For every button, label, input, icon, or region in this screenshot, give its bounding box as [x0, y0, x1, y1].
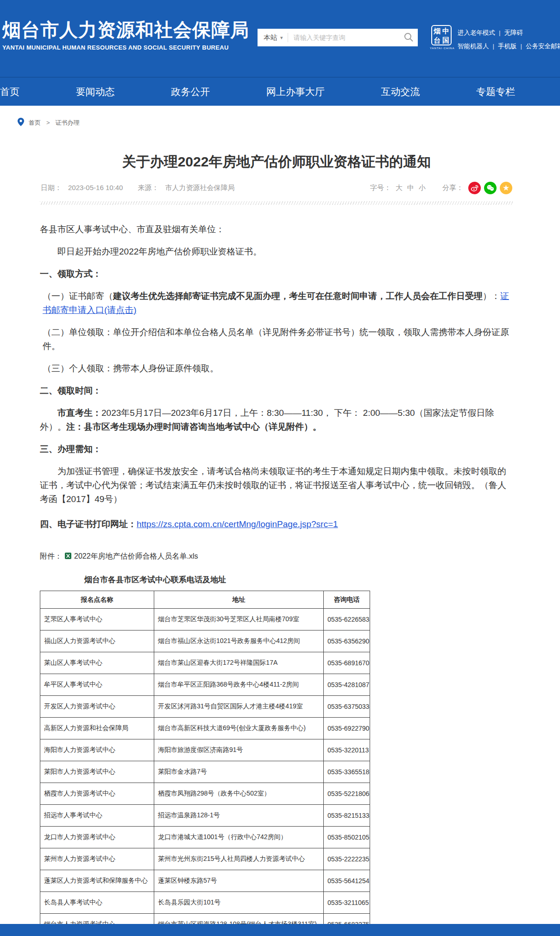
- section3-heading: 三、办理需知：: [40, 442, 513, 456]
- table-row: 福山区人力资源考试中心烟台市福山区永达街1021号政务服务中心412房间0535…: [40, 630, 370, 652]
- search-scope-dropdown[interactable]: 本站 ▾: [258, 33, 288, 42]
- meta-date: 日期：2023-05-16 10:40: [41, 184, 129, 191]
- cell-center-name: 高新区人力资源和社会保障局: [40, 718, 154, 739]
- cell-address: 烟台市莱山区迎春大街172号祥隆国际17A: [154, 652, 324, 674]
- cell-address: 海阳市旅游度假区济南路91号: [154, 739, 324, 761]
- quick-links-row1: 进入老年模式|无障碍: [458, 26, 560, 39]
- seal-char: 烟: [433, 26, 441, 36]
- link-smart-robot[interactable]: 智能机器人: [458, 43, 489, 50]
- cell-phone: 0535-2222235: [324, 848, 370, 870]
- paragraph-intro: 即日起开始办理2022年房地产估价师职业资格证书。: [40, 245, 513, 259]
- cell-address: 莱州市光州东街215号人社局四楼人力资源考试中心: [154, 848, 324, 870]
- cell-center-name: 牟平区人事考试中心: [40, 674, 154, 696]
- cell-address: 蓬莱区钟楼东路57号: [154, 870, 324, 892]
- search-button[interactable]: [399, 29, 418, 46]
- footer-bar: [0, 924, 560, 936]
- cell-phone: 0535-5641254: [324, 870, 370, 892]
- column-header-center-name: 报名点名称: [40, 591, 154, 609]
- paragraph-personal-option: （三）个人领取：携带本人身份证原件领取。: [40, 362, 513, 376]
- cell-address: 烟台市芝罘区华茂街30号芝罘区人社局南楼709室: [154, 609, 324, 630]
- chevron-down-icon: ▾: [280, 35, 283, 41]
- cell-center-name: 栖霞市人力资源考试中心: [40, 783, 154, 805]
- breadcrumb-separator: >: [46, 119, 50, 126]
- cell-center-name: 福山区人力资源考试中心: [40, 630, 154, 652]
- site-name: 烟台市人力资源和社会保障局: [2, 19, 249, 40]
- link-elder-mode[interactable]: 进入老年模式: [458, 29, 495, 36]
- cell-center-name: 莱阳市人力资源考试中心: [40, 761, 154, 783]
- share-wechat-icon[interactable]: [484, 182, 497, 194]
- table-row: 开发区人力资源考试中心开发区沭河路31号自贸区国际人才港主楼4楼419室0535…: [40, 696, 370, 718]
- cell-address: 烟台市高新区科技大道69号(创业大厦政务服务中心): [154, 718, 324, 739]
- breadcrumb-current: 证书办理: [56, 119, 80, 127]
- cell-address: 招远市温泉路128-1号: [154, 805, 324, 827]
- share-weibo-icon[interactable]: [468, 182, 481, 194]
- cell-address: 开发区沭河路31号自贸区国际人才港主楼4楼419室: [154, 696, 324, 718]
- cell-center-name: 蓬莱区人力资源考试和保障服务中心: [40, 870, 154, 892]
- nav-item-gov-disclosure[interactable]: 政务公开: [171, 85, 210, 98]
- cell-phone: 0535-4281087: [324, 674, 370, 696]
- share-label: 分享：: [442, 184, 463, 192]
- cell-phone: 0535-8502105: [324, 827, 370, 848]
- table-row: 牟平区人事考试中心烟台市牟平区正阳路368号政务中心4楼411-2房间0535-…: [40, 674, 370, 696]
- paragraph-salutation: 各县市区人事考试中心、市直及驻烟有关单位：: [40, 223, 513, 236]
- seal-char: 台: [433, 36, 441, 45]
- nav-item-online-service-hall[interactable]: 网上办事大厅: [266, 85, 325, 98]
- cell-address: 烟台市福山区永达街1021号政务服务中心412房间: [154, 630, 324, 652]
- fontsize-label: 字号：: [370, 184, 391, 192]
- article-meta: 日期：2023-05-16 10:40 来源：市人力资源社会保障局 字号： 大 …: [40, 182, 513, 194]
- link-secure-mailbox[interactable]: 公务安全邮箱: [526, 43, 560, 50]
- hatched-divider: [40, 201, 513, 205]
- column-header-phone: 咨询电话: [324, 591, 370, 609]
- search-box: 本站 ▾: [258, 29, 418, 46]
- table-row: 招远市人事考试中心招远市温泉路128-1号0535-8215133: [40, 805, 370, 827]
- search-icon: [403, 32, 414, 44]
- share-qzone-icon[interactable]: ★: [500, 182, 512, 194]
- header-quick-links: 进入老年模式|无障碍 智能机器人|手机版|公务安全邮箱: [458, 26, 560, 53]
- cell-address: 莱阳市金水路7号: [154, 761, 324, 783]
- table-row: 高新区人力资源和社会保障局烟台市高新区科技大道69号(创业大厦政务服务中心)05…: [40, 718, 370, 739]
- nav-item-news[interactable]: 要闻动态: [76, 85, 115, 98]
- page-title: 关于办理2022年房地产估价师职业资格证书的通知: [40, 153, 513, 171]
- excel-file-icon: [64, 552, 72, 561]
- cell-center-name: 海阳市人力资源考试中心: [40, 739, 154, 761]
- search-input[interactable]: [288, 34, 399, 41]
- table-row: 莱山区人事考试中心烟台市莱山区迎春大街172号祥隆国际17A0535-68916…: [40, 652, 370, 674]
- cell-phone: 0535-3211065: [324, 892, 370, 914]
- link-mobile-version[interactable]: 手机版: [498, 43, 517, 50]
- table-row: 芝罘区人事考试中心烟台市芝罘区华茂街30号芝罘区人社局南楼709室0535-62…: [40, 609, 370, 630]
- cell-address: 龙口市港城大道1001号（行政中心742房间）: [154, 827, 324, 848]
- paragraph-print-url: 四、电子证书打印网址：https://zs.cpta.com.cn/certMn…: [40, 517, 513, 531]
- table-row: 栖霞市人力资源考试中心栖霞市凤翔路298号（政务中心502室）0535-5221…: [40, 783, 370, 805]
- table-row: 海阳市人力资源考试中心海阳市旅游度假区济南路91号0535-3220113: [40, 739, 370, 761]
- nav-item-interaction[interactable]: 互动交流: [381, 85, 420, 98]
- section1-heading: 一、领取方式：: [40, 267, 513, 281]
- link-separator: |: [521, 43, 522, 50]
- fontsize-medium[interactable]: 中: [407, 184, 414, 192]
- table-row: 龙口市人力资源考试中心龙口市港城大道1001号（行政中心742房间）0535-8…: [40, 827, 370, 848]
- nav-item-home[interactable]: 首页: [0, 85, 19, 98]
- link-accessibility[interactable]: 无障碍: [504, 29, 523, 36]
- cell-center-name: 招远市人事考试中心: [40, 805, 154, 827]
- fontsize-large[interactable]: 大: [396, 184, 403, 192]
- paragraph-pickup-time: 市直考生：2023年5月17日—2023年6月17日，上午：8:30——11:3…: [40, 406, 513, 434]
- contact-table-body: 芝罘区人事考试中心烟台市芝罘区华茂街30号芝罘区人社局南楼709室0535-62…: [40, 609, 370, 936]
- cell-center-name: 长岛县人事考试中心: [40, 892, 154, 914]
- meta-source: 来源：市人力资源社会保障局: [138, 184, 241, 191]
- site-logo[interactable]: 烟台市人力资源和社会保障局 YANTAI MUNICIPAL HUMAN RES…: [2, 19, 249, 51]
- search-scope-label: 本站: [264, 33, 277, 42]
- cell-address: 长岛县乐园大街101号: [154, 892, 324, 914]
- attachment-label: 附件：: [40, 552, 62, 561]
- attachment-row: 附件： 2022年房地产估价师合格人员名单.xls: [40, 552, 513, 561]
- certificate-print-link[interactable]: https://zs.cpta.com.cn/certMng/loginPage…: [137, 519, 338, 529]
- site-name-en: YANTAI MUNICIPAL HUMAN RESOURCES AND SOC…: [2, 44, 249, 51]
- cell-center-name: 莱山区人事考试中心: [40, 652, 154, 674]
- fontsize-small[interactable]: 小: [419, 184, 426, 192]
- star-icon: ★: [503, 184, 510, 192]
- nav-item-special-topics[interactable]: 专题专栏: [476, 85, 515, 98]
- breadcrumb-home[interactable]: 首页: [29, 119, 41, 127]
- yantai-china-seal-logo: 烟 中 台 国 YANTAI·CHINA: [430, 25, 453, 50]
- quick-links-row2: 智能机器人|手机版|公务安全邮箱: [458, 39, 560, 53]
- column-header-address: 地址: [154, 591, 324, 609]
- article-content: 关于办理2022年房地产估价师职业资格证书的通知 日期：2023-05-16 1…: [40, 153, 513, 936]
- attachment-link[interactable]: 2022年房地产估价师合格人员名单.xls: [74, 552, 198, 561]
